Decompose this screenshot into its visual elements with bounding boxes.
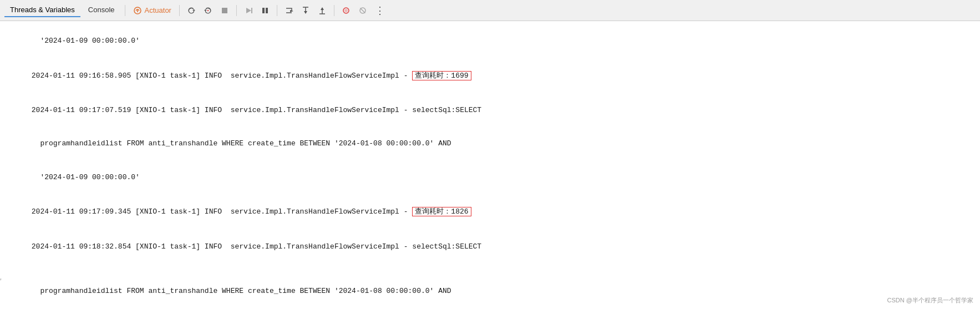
stop-icon [220,6,229,15]
step-into-icon [301,6,310,15]
log-text-8: programhandleidlist FROM anti_transhandl… [32,287,451,295]
actuator-icon [133,6,142,15]
svg-rect-6 [266,8,268,13]
log-block-1: '2024-01-09 00:00:00.0' [6,24,974,58]
step-out-icon [318,6,327,15]
log-prefix-2: 2024-01-11 09:16:58.905 [XNIO-1 task-1] … [32,72,413,80]
separator-2 [179,5,180,16]
toolbar: Threads & Variables Console Actuator [0,0,980,21]
svg-marker-10 [304,11,307,14]
mute-breakpoints-icon [358,6,367,15]
step-into-button[interactable] [298,4,313,17]
log-line-7: 2024-01-11 09:18:32.854 [XNIO-1 task-1] … [6,230,974,264]
more-button[interactable]: ⋮ [372,4,388,17]
log-line-6: 2024-01-11 09:17:09.345 [XNIO-1 task-1] … [6,195,974,229]
svg-rect-2 [222,8,227,13]
refresh-icon [187,6,196,15]
log-text-1: '2024-01-09 00:00:00.0' [32,37,140,45]
console-output: '2024-01-09 00:00:00.0' 2024-01-11 09:16… [0,21,980,309]
svg-rect-4 [251,8,252,13]
log-block-4: 2024-01-11 09:17:09.345 [XNIO-1 task-1] … [6,195,974,229]
actuator-button[interactable]: Actuator [130,4,175,17]
svg-point-16 [344,9,348,12]
log-line-8: ↵ programhandleidlist FROM anti_transhan… [6,264,974,308]
log-text-5: '2024-01-09 00:00:00.0' [32,173,140,181]
reload-icon [204,6,212,15]
step-over-icon [285,6,293,15]
log-line-1: '2024-01-09 00:00:00.0' [6,24,974,58]
separator-4 [277,5,277,16]
svg-point-1 [207,9,209,11]
mute-breakpoints-button[interactable] [356,4,370,17]
highlight-box-1699: 查询耗时：1699 [412,71,471,80]
tab-threads-variables[interactable]: Threads & Variables [4,3,80,17]
svg-rect-5 [262,8,265,13]
separator-1 [125,5,125,16]
svg-marker-3 [246,8,251,13]
stop-button[interactable] [217,4,232,17]
pause-icon [261,6,270,15]
tab-console[interactable]: Console [83,3,120,17]
log-line-5: '2024-01-09 00:00:00.0' [6,161,974,194]
view-breakpoints-button[interactable] [339,4,353,17]
svg-marker-13 [321,7,324,10]
log-text-4: programhandleidlist FROM anti_transhandl… [32,139,451,148]
highlight-box-1826: 查询耗时：1826 [412,207,471,216]
separator-3 [236,5,237,16]
resume-button[interactable] [241,4,256,17]
separator-5 [334,5,334,16]
log-line-3: 2024-01-11 09:17:07.519 [XNIO-1 task-1] … [6,94,974,127]
reload-button[interactable] [201,4,215,17]
watermark: CSDN @半个程序员一个哲学家 [887,296,973,305]
refresh-button[interactable] [184,4,199,17]
log-text-3: 2024-01-11 09:17:07.519 [XNIO-1 task-1] … [32,106,481,114]
log-line-2: 2024-01-11 09:16:58.905 [XNIO-1 task-1] … [6,59,974,92]
more-icon: ⋮ [375,6,385,16]
log-text-7: 2024-01-11 09:18:32.854 [XNIO-1 task-1] … [32,242,481,251]
log-block-5: 2024-01-11 09:18:32.854 [XNIO-1 task-1] … [6,230,974,309]
step-over-button[interactable] [282,4,296,17]
wrap-mark-left-8: ↵ [0,275,2,284]
step-out-button[interactable] [315,4,329,17]
log-line-4: programhandleidlist FROM anti_transhandl… [6,127,974,160]
log-block-2: 2024-01-11 09:16:58.905 [XNIO-1 task-1] … [6,59,974,92]
resume-icon [244,6,253,15]
pause-button[interactable] [258,4,272,17]
actuator-label: Actuator [145,6,171,14]
log-prefix-6: 2024-01-11 09:17:09.345 [XNIO-1 task-1] … [32,207,413,216]
log-block-3: 2024-01-11 09:17:07.519 [XNIO-1 task-1] … [6,94,974,194]
view-breakpoints-icon [342,6,351,15]
